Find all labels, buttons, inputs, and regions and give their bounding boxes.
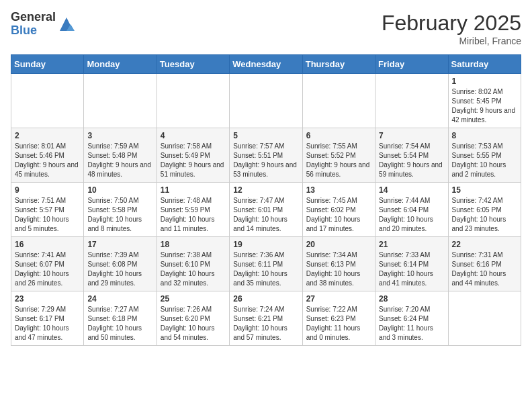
col-sunday: Sunday [11,55,84,74]
calendar-cell [230,74,302,128]
day-info: Sunrise: 7:34 AM Sunset: 6:13 PM Dayligh… [306,250,371,288]
title-block: February 2025 Miribel, France [382,11,521,46]
calendar-cell: 4Sunrise: 7:58 AM Sunset: 5:49 PM Daylig… [157,128,229,183]
day-number: 7 [379,131,444,140]
logo-icon [57,15,76,34]
day-info: Sunrise: 7:57 AM Sunset: 5:51 PM Dayligh… [233,142,298,179]
calendar-cell: 8Sunrise: 7:53 AM Sunset: 5:55 PM Daylig… [448,128,521,183]
day-info: Sunrise: 7:20 AM Sunset: 6:24 PM Dayligh… [379,305,444,342]
calendar-cell: 21Sunrise: 7:33 AM Sunset: 6:14 PM Dayli… [375,237,448,291]
calendar-cell: 9Sunrise: 7:51 AM Sunset: 5:57 PM Daylig… [11,183,84,237]
calendar-cell [84,74,157,128]
day-number: 19 [233,240,298,249]
calendar-week-row: 2Sunrise: 8:01 AM Sunset: 5:46 PM Daylig… [11,128,521,183]
calendar-cell: 6Sunrise: 7:55 AM Sunset: 5:52 PM Daylig… [302,128,375,183]
day-number: 2 [15,131,80,140]
calendar-header-row: Sunday Monday Tuesday Wednesday Thursday… [11,55,521,74]
day-number: 20 [306,240,371,249]
calendar-week-row: 9Sunrise: 7:51 AM Sunset: 5:57 PM Daylig… [11,183,521,237]
col-saturday: Saturday [448,55,521,74]
logo: General Blue [11,11,76,38]
day-info: Sunrise: 8:02 AM Sunset: 5:45 PM Dayligh… [452,87,517,125]
day-number: 26 [233,294,298,304]
calendar-cell [302,74,375,128]
day-number: 25 [161,294,226,304]
day-info: Sunrise: 7:58 AM Sunset: 5:49 PM Dayligh… [161,142,226,179]
day-number: 5 [233,131,298,140]
day-number: 13 [306,185,371,195]
day-number: 21 [379,240,444,249]
day-info: Sunrise: 7:36 AM Sunset: 6:11 PM Dayligh… [233,250,298,288]
calendar-cell: 14Sunrise: 7:44 AM Sunset: 6:04 PM Dayli… [375,183,448,237]
calendar-cell [375,74,448,128]
calendar-cell [11,74,84,128]
day-info: Sunrise: 7:45 AM Sunset: 6:02 PM Dayligh… [306,196,371,234]
day-number: 12 [233,185,298,195]
calendar-cell: 19Sunrise: 7:36 AM Sunset: 6:11 PM Dayli… [230,237,302,291]
calendar-cell: 18Sunrise: 7:38 AM Sunset: 6:10 PM Dayli… [157,237,229,291]
day-info: Sunrise: 7:47 AM Sunset: 6:01 PM Dayligh… [233,196,298,234]
calendar-cell: 11Sunrise: 7:48 AM Sunset: 5:59 PM Dayli… [157,183,229,237]
day-info: Sunrise: 7:48 AM Sunset: 5:59 PM Dayligh… [161,196,226,234]
calendar-cell: 13Sunrise: 7:45 AM Sunset: 6:02 PM Dayli… [302,183,375,237]
calendar-cell: 7Sunrise: 7:54 AM Sunset: 5:54 PM Daylig… [375,128,448,183]
calendar-cell: 27Sunrise: 7:22 AM Sunset: 6:23 PM Dayli… [302,291,375,346]
day-number: 10 [87,185,152,195]
month-title: February 2025 [382,11,521,36]
day-info: Sunrise: 7:33 AM Sunset: 6:14 PM Dayligh… [379,250,444,288]
calendar-cell [157,74,229,128]
calendar-week-row: 1Sunrise: 8:02 AM Sunset: 5:45 PM Daylig… [11,74,521,128]
calendar-cell: 3Sunrise: 7:59 AM Sunset: 5:48 PM Daylig… [84,128,157,183]
day-info: Sunrise: 7:24 AM Sunset: 6:21 PM Dayligh… [233,305,298,342]
col-tuesday: Tuesday [157,55,229,74]
calendar-cell: 20Sunrise: 7:34 AM Sunset: 6:13 PM Dayli… [302,237,375,291]
day-info: Sunrise: 7:27 AM Sunset: 6:18 PM Dayligh… [87,305,152,342]
day-number: 14 [379,185,444,195]
day-info: Sunrise: 7:26 AM Sunset: 6:20 PM Dayligh… [161,305,226,342]
col-wednesday: Wednesday [230,55,302,74]
calendar-cell: 22Sunrise: 7:31 AM Sunset: 6:16 PM Dayli… [448,237,521,291]
calendar-week-row: 23Sunrise: 7:29 AM Sunset: 6:17 PM Dayli… [11,291,521,346]
calendar-cell: 10Sunrise: 7:50 AM Sunset: 5:58 PM Dayli… [84,183,157,237]
day-number: 18 [161,240,226,249]
day-number: 3 [87,131,152,140]
day-number: 4 [161,131,226,140]
day-number: 9 [15,185,80,195]
logo-general: General [11,11,56,24]
calendar-week-row: 16Sunrise: 7:41 AM Sunset: 6:07 PM Dayli… [11,237,521,291]
day-number: 28 [379,294,444,304]
col-thursday: Thursday [302,55,375,74]
calendar-cell: 17Sunrise: 7:39 AM Sunset: 6:08 PM Dayli… [84,237,157,291]
page-header: General Blue February 2025 Miribel, Fran… [11,11,521,46]
calendar-cell: 25Sunrise: 7:26 AM Sunset: 6:20 PM Dayli… [157,291,229,346]
day-info: Sunrise: 7:44 AM Sunset: 6:04 PM Dayligh… [379,196,444,234]
day-info: Sunrise: 7:31 AM Sunset: 6:16 PM Dayligh… [452,250,517,288]
day-info: Sunrise: 7:22 AM Sunset: 6:23 PM Dayligh… [306,305,371,342]
calendar-cell: 23Sunrise: 7:29 AM Sunset: 6:17 PM Dayli… [11,291,84,346]
day-number: 1 [452,77,517,86]
logo-text: General Blue [11,11,56,38]
calendar-cell: 28Sunrise: 7:20 AM Sunset: 6:24 PM Dayli… [375,291,448,346]
day-info: Sunrise: 7:54 AM Sunset: 5:54 PM Dayligh… [379,142,444,179]
logo-blue: Blue [11,24,56,38]
col-friday: Friday [375,55,448,74]
day-number: 23 [15,294,80,304]
calendar-cell: 15Sunrise: 7:42 AM Sunset: 6:05 PM Dayli… [448,183,521,237]
day-number: 15 [452,185,517,195]
location: Miribel, France [382,36,521,46]
day-info: Sunrise: 7:50 AM Sunset: 5:58 PM Dayligh… [87,196,152,234]
day-number: 11 [161,185,226,195]
calendar-cell: 24Sunrise: 7:27 AM Sunset: 6:18 PM Dayli… [84,291,157,346]
calendar-cell: 26Sunrise: 7:24 AM Sunset: 6:21 PM Dayli… [230,291,302,346]
day-info: Sunrise: 8:01 AM Sunset: 5:46 PM Dayligh… [15,142,80,179]
day-info: Sunrise: 7:53 AM Sunset: 5:55 PM Dayligh… [452,142,517,179]
day-info: Sunrise: 7:29 AM Sunset: 6:17 PM Dayligh… [15,305,80,342]
calendar-cell: 2Sunrise: 8:01 AM Sunset: 5:46 PM Daylig… [11,128,84,183]
day-info: Sunrise: 7:42 AM Sunset: 6:05 PM Dayligh… [452,196,517,234]
day-info: Sunrise: 7:38 AM Sunset: 6:10 PM Dayligh… [161,250,226,288]
day-number: 17 [87,240,152,249]
calendar-cell: 1Sunrise: 8:02 AM Sunset: 5:45 PM Daylig… [448,74,521,128]
day-number: 16 [15,240,80,249]
calendar: Sunday Monday Tuesday Wednesday Thursday… [11,54,521,346]
day-info: Sunrise: 7:51 AM Sunset: 5:57 PM Dayligh… [15,196,80,234]
